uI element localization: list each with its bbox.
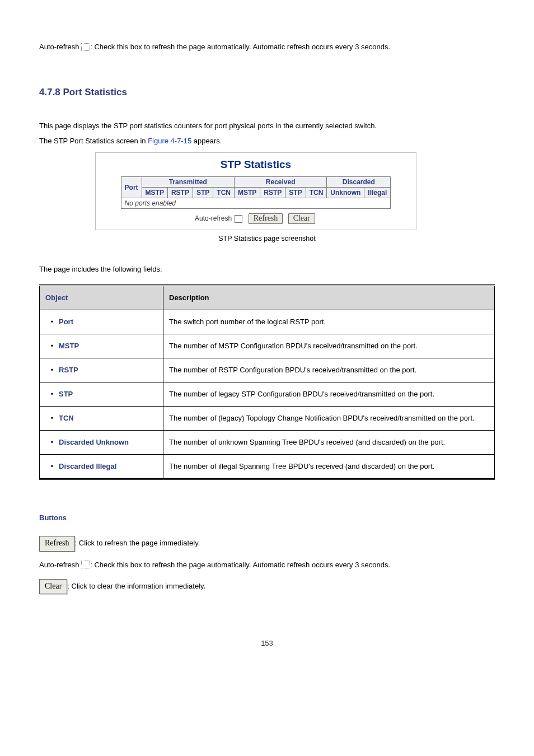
clear-text: : Click to clear the information immedia…	[67, 582, 205, 590]
clear-button[interactable]: Clear	[39, 579, 67, 594]
autorefresh-label: Auto-refresh	[39, 43, 81, 51]
field-desc: The number of RSTP Configuration BPDU's …	[163, 358, 495, 382]
figure-controls: Auto-refresh Refresh Clear	[99, 213, 413, 224]
fig-clear-button[interactable]: Clear	[288, 213, 315, 224]
refresh-row: Refresh: Click to refresh the page immed…	[39, 536, 495, 551]
col-rx-stp: STP	[285, 188, 306, 198]
intro-line-2: The STP Port Statistics screen in Figure…	[39, 136, 495, 147]
refresh-button[interactable]: Refresh	[39, 536, 75, 551]
table-row: RSTP The number of RSTP Configuration BP…	[40, 358, 495, 382]
field-desc: The number of legacy STP Configuration B…	[163, 382, 495, 407]
field-desc: The number of unknown Spanning Tree BPDU…	[163, 431, 495, 455]
field-name: Discarded Illegal	[40, 455, 163, 479]
fig-autorefresh-label: Auto-refresh	[195, 214, 232, 222]
colgroup-discarded: Discarded	[327, 177, 391, 188]
col-tx-mstp: MSTP	[142, 188, 167, 198]
fig-autorefresh-checkbox[interactable]	[235, 215, 242, 223]
page-number: 153	[39, 639, 495, 647]
field-name: STP	[40, 382, 163, 407]
colgroup-received: Received	[234, 177, 326, 188]
autorefresh-row: Auto-refresh : Check this box to refresh…	[39, 559, 495, 571]
field-name: Port	[40, 310, 163, 334]
fields-header-description: Description	[163, 286, 495, 310]
table-row: STP The number of legacy STP Configurati…	[40, 382, 495, 407]
field-name: RSTP	[40, 358, 163, 382]
table-row: Discarded Unknown The number of unknown …	[40, 431, 495, 455]
col-rx-tcn: TCN	[306, 188, 327, 198]
field-name: MSTP	[40, 334, 163, 358]
fields-header-object: Object	[40, 286, 163, 310]
figure-ref-link[interactable]: Figure 4-7-15	[148, 137, 191, 145]
field-desc: The number of (legacy) Topology Change N…	[163, 407, 495, 431]
intro-2b: appears.	[191, 137, 222, 145]
autorefresh-text2: Check this box to refresh the page autom…	[94, 561, 390, 569]
figure-title: STP Statistics	[99, 158, 413, 171]
autorefresh-text: Check this box to refresh the page autom…	[94, 43, 390, 51]
field-name: TCN	[40, 407, 163, 431]
autorefresh-label2: Auto-refresh	[39, 561, 81, 569]
table-row: MSTP The number of MSTP Configuration BP…	[40, 334, 495, 358]
table-row: Discarded Illegal The number of illegal …	[40, 455, 495, 479]
autorefresh-checkbox-icon-2	[81, 561, 90, 568]
col-disc-illegal: Illegal	[364, 188, 391, 198]
autorefresh-checkbox-icon	[81, 43, 90, 51]
field-desc: The switch port number of the logical RS…	[163, 310, 495, 334]
col-disc-unknown: Unknown	[327, 188, 364, 198]
col-rx-mstp: MSTP	[234, 188, 260, 198]
col-rx-rstp: RSTP	[260, 188, 285, 198]
field-desc: The number of MSTP Configuration BPDU's …	[163, 334, 495, 358]
colgroup-transmitted: Transmitted	[142, 177, 234, 188]
col-tx-rstp: RSTP	[167, 188, 193, 198]
fields-intro: The page includes the following fields:	[39, 265, 495, 273]
stp-table: Port Transmitted Received Discarded MSTP…	[121, 176, 391, 209]
fig-refresh-button[interactable]: Refresh	[249, 213, 283, 224]
refresh-text: : Click to refresh the page immediately.	[75, 539, 200, 548]
col-port: Port	[121, 177, 142, 198]
field-desc: The number of illegal Spanning Tree BPDU…	[163, 455, 495, 479]
section-heading: 4.7.8 Port Statistics	[39, 87, 495, 98]
field-name: Discarded Unknown	[40, 431, 163, 455]
no-ports-row: No ports enabled	[121, 198, 391, 209]
table-row: TCN The number of (legacy) Topology Chan…	[40, 407, 495, 431]
intro-line-1: This page displays the STP port statisti…	[39, 120, 495, 132]
figure-caption: STP Statistics page screenshot	[39, 235, 495, 242]
col-tx-stp: STP	[193, 188, 213, 198]
clear-row: Clear: Click to clear the information im…	[39, 579, 495, 594]
intro-2a: The STP Port Statistics screen in	[39, 137, 148, 145]
figure-screenshot: STP Statistics Port Transmitted Received…	[95, 152, 416, 230]
buttons-heading: Buttons	[39, 514, 495, 522]
col-tx-tcn: TCN	[213, 188, 235, 198]
fields-table: Object Description Port The switch port …	[39, 284, 495, 480]
table-row: Port The switch port number of the logic…	[40, 310, 495, 334]
top-autorefresh-line: Auto-refresh : Check this box to refresh…	[39, 41, 495, 53]
